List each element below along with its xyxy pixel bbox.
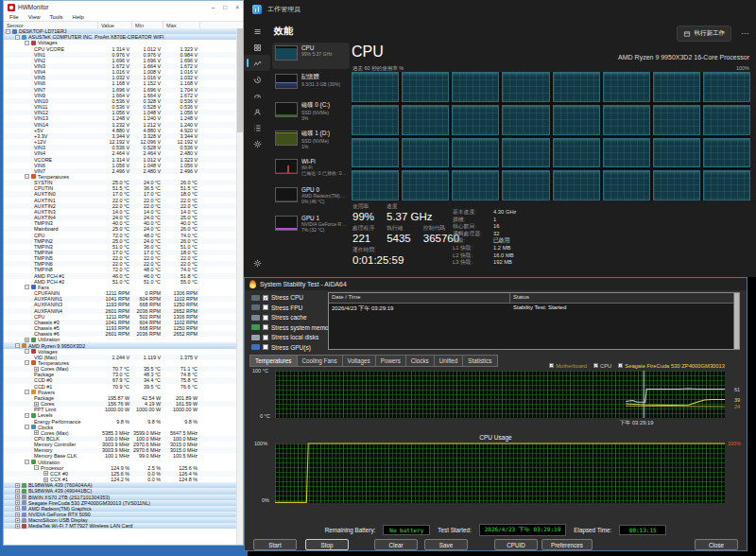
clear-button[interactable]: Clear xyxy=(374,539,418,550)
nav-menu[interactable] xyxy=(244,23,270,39)
stress-option[interactable]: Stress system memory xyxy=(251,324,334,331)
preferences-button[interactable]: Preferences xyxy=(541,539,593,550)
log-column-datetime[interactable]: Date / Time xyxy=(329,293,510,303)
hw-scrollbar[interactable] xyxy=(236,28,243,545)
run-new-task-button[interactable]: 執行新工作 xyxy=(677,26,732,42)
legend-checkbox[interactable]: ✓ xyxy=(593,363,598,368)
tree-expander[interactable]: - xyxy=(15,343,20,348)
log-column-status[interactable]: Status xyxy=(510,293,739,303)
tree-expander[interactable]: - xyxy=(25,425,29,429)
legend-motherboard[interactable]: ✓Motherboard xyxy=(549,363,587,369)
device-row[interactable]: -ASUSTeK COMPUTER INC. ProArt X870E-CREA… xyxy=(4,34,237,40)
legend-cpu[interactable]: ✓CPU xyxy=(593,363,611,369)
maximize-button[interactable]: □ xyxy=(223,4,227,10)
tree-expander[interactable]: + xyxy=(15,495,20,499)
device-row[interactable]: +BIWIN XS70 2TB (2S17101304353) xyxy=(4,495,237,500)
legend-checkbox[interactable]: ✓ xyxy=(618,363,623,368)
close-button[interactable]: × xyxy=(235,4,239,10)
menu-help[interactable]: Help xyxy=(73,14,84,20)
sensor-group-row[interactable]: -Fans xyxy=(4,285,237,290)
menu-view[interactable]: View xyxy=(28,14,41,20)
sensor-group-row[interactable]: -Voltages xyxy=(4,349,237,355)
tree-expander[interactable]: - xyxy=(15,35,20,40)
sidebar-item-cpu[interactable]: CPU99% 5.37 GHz xyxy=(272,43,350,69)
checkbox[interactable] xyxy=(263,344,268,350)
device-row[interactable]: +AMD Radeon(TM) Graphics xyxy=(4,506,237,512)
more-options-button[interactable]: … xyxy=(741,26,749,36)
sensor-group-row[interactable]: +Utilization xyxy=(4,337,237,342)
stress-option[interactable]: Stress cache xyxy=(251,314,334,321)
tree-expander[interactable]: - xyxy=(25,285,29,289)
checkbox[interactable]: ✓ xyxy=(263,295,268,301)
stress-option[interactable]: Stress GPU(s) xyxy=(251,344,334,351)
tree-expander[interactable]: - xyxy=(25,41,29,45)
nav-app-history[interactable] xyxy=(244,71,270,87)
sensor-group-row[interactable]: -Levels xyxy=(4,412,237,418)
sidebar-item-gpu0[interactable]: GPU 0AMD Radeon(TM) Gr...0% (46 °C) xyxy=(272,184,350,211)
tree-expander[interactable]: + xyxy=(15,500,20,505)
tree-expander[interactable]: + xyxy=(15,483,20,488)
tree-expander[interactable]: - xyxy=(34,465,39,470)
sensor-group-row[interactable]: -Powers xyxy=(4,390,237,395)
hwmonitor-titlebar[interactable]: HWMonitor – □ × xyxy=(4,1,243,13)
tree-expander[interactable]: - xyxy=(25,174,29,179)
tree-expander[interactable]: - xyxy=(25,390,29,394)
aida-titlebar[interactable]: System Stability Test - AIDA64 xyxy=(245,278,747,290)
sidebar-item-disk1[interactable]: 磁碟 1 (D:)SSD (NVMe)1% xyxy=(272,128,350,154)
sensor-group-row[interactable]: -Voltages xyxy=(4,40,237,45)
menu-file[interactable]: File xyxy=(9,14,19,20)
minimize-button[interactable]: – xyxy=(212,4,215,10)
tree-expander[interactable]: + xyxy=(15,506,20,511)
tree-expander[interactable]: - xyxy=(25,460,29,464)
nav-users[interactable] xyxy=(244,103,270,119)
settings-button[interactable] xyxy=(244,254,270,271)
stress-option[interactable]: ✓Stress CPU xyxy=(251,294,334,301)
log-scrollbar[interactable] xyxy=(733,293,739,349)
device-row[interactable]: +BL98WWA.439 (490441BC) xyxy=(4,488,237,494)
cpuid-button[interactable]: CPUID xyxy=(494,539,538,550)
nav-processes[interactable] xyxy=(244,39,270,55)
nav-details[interactable] xyxy=(244,119,270,135)
sidebar-item-disk0[interactable]: 磁碟 0 (C:)SSD (NVMe)3% xyxy=(272,99,350,126)
taskman-titlebar[interactable]: 工作管理員 xyxy=(244,0,756,19)
log-row[interactable]: 2026/4/23 下午 03:29:19Stability Test: Sta… xyxy=(329,304,739,312)
stop-button[interactable]: Stop xyxy=(305,539,349,550)
device-row[interactable]: +Seagate FireCuda 530 ZP4000GM30013 (7VS… xyxy=(4,500,237,506)
nav-startup-apps[interactable] xyxy=(244,87,270,103)
tree-expander[interactable]: - xyxy=(25,349,29,354)
close-button[interactable]: Close xyxy=(695,539,738,550)
checkbox[interactable] xyxy=(263,335,268,340)
sidebar-item-wifi[interactable]: Wi-FiWi-Fi已傳送: 0 已接收: 0 Kbps xyxy=(272,156,350,182)
checkbox[interactable] xyxy=(263,324,268,330)
save-button[interactable]: Save xyxy=(424,539,468,550)
device-row[interactable]: +BL98WWA.439 (760A04AA) xyxy=(4,482,237,488)
tree-expander[interactable]: + xyxy=(15,489,20,494)
device-row[interactable]: +MacroSilicon USB Display xyxy=(4,517,237,523)
tree-expander[interactable]: - xyxy=(25,360,29,365)
sensor-group-row[interactable]: -Utilization xyxy=(4,460,237,465)
tree-expander[interactable]: + xyxy=(43,478,48,482)
tree-expander[interactable]: + xyxy=(15,524,20,529)
tree-expander[interactable]: - xyxy=(6,29,10,34)
tree-expander[interactable]: + xyxy=(34,402,39,407)
sensor-group-row[interactable]: -Temperatures xyxy=(4,360,237,366)
tree-expander[interactable]: + xyxy=(43,471,48,476)
checkbox[interactable] xyxy=(263,315,268,321)
tree-expander[interactable]: + xyxy=(25,338,29,342)
device-row[interactable]: -DESKTOP-LD71ERJ xyxy=(4,28,237,34)
stress-option[interactable]: Stress FPU xyxy=(251,304,334,311)
nav-services[interactable] xyxy=(244,135,270,151)
tree-expander[interactable]: + xyxy=(34,367,39,372)
hw-scrollbar-thumb[interactable] xyxy=(237,28,243,132)
stress-option[interactable]: Stress local disks xyxy=(251,334,334,340)
sensor-group-row[interactable]: -Temperatures xyxy=(4,174,237,180)
device-row[interactable]: +MediaTek Wi-Fi 7 MT7927 Wireless LAN Ca… xyxy=(4,523,237,529)
nav-performance[interactable] xyxy=(244,55,270,71)
tree-expander[interactable]: + xyxy=(15,513,20,517)
sidebar-item-gpu1[interactable]: GPU 1NVIDIA GeForce RTX...7% (32 °C) xyxy=(272,213,350,239)
sensor-group-row[interactable]: -Clocks xyxy=(4,425,237,430)
checkbox[interactable] xyxy=(263,304,268,310)
tree-expander[interactable]: + xyxy=(34,430,39,435)
legend-checkbox[interactable]: ✓ xyxy=(549,363,554,368)
sidebar-item-mem[interactable]: 記憶體9.3/31.3 GB (30%) xyxy=(272,71,350,97)
